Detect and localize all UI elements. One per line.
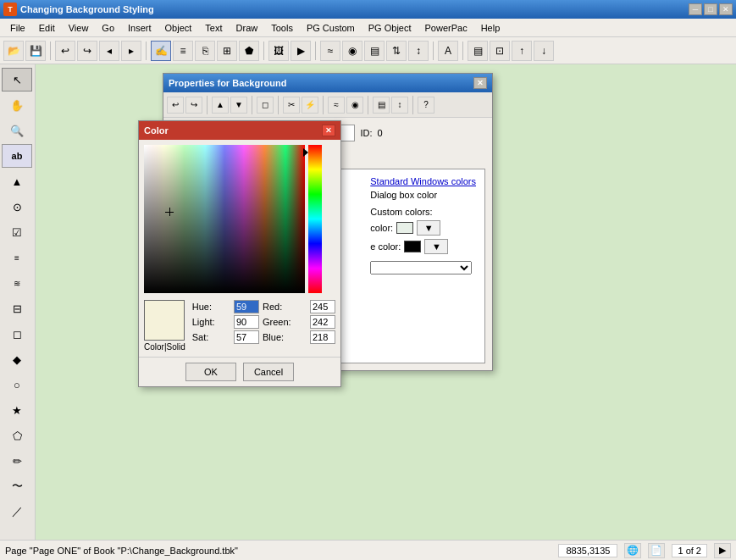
forecolor-row: color: ▼ <box>370 220 476 236</box>
sidebar-polygon[interactable]: ⬠ <box>2 424 32 447</box>
cancel-button[interactable]: Cancel <box>243 363 294 381</box>
light-input[interactable] <box>234 315 259 329</box>
minimize-button[interactable]: ─ <box>689 3 702 15</box>
properties-dialog-close[interactable]: ✕ <box>473 77 487 89</box>
tb-cut[interactable]: ✍ <box>151 41 171 61</box>
tb-textbtn[interactable]: A <box>438 41 458 61</box>
menu-tools[interactable]: Tools <box>264 21 300 35</box>
pdtb-help[interactable]: ? <box>418 97 434 114</box>
sidebar-table[interactable]: ⊟ <box>2 297 32 320</box>
tb-forward[interactable]: ▸ <box>121 41 141 61</box>
menu-pgcustom[interactable]: PG Custom <box>300 21 362 35</box>
tb-copy[interactable]: ⎘ <box>195 41 215 61</box>
tb-tool5[interactable]: ≈ <box>320 41 340 61</box>
tb-tool13[interactable]: ↓ <box>534 41 554 61</box>
status-file-icon[interactable]: 📄 <box>648 543 665 558</box>
maximize-button[interactable]: □ <box>704 3 717 15</box>
menu-powerpac[interactable]: PowerPac <box>418 21 474 35</box>
menu-insert[interactable]: Insert <box>121 21 158 35</box>
sidebar-oval[interactable]: ○ <box>2 373 32 396</box>
sidebar-line[interactable]: ／ <box>2 500 32 524</box>
hue-input[interactable] <box>234 300 259 313</box>
sidebar-text-btn[interactable]: ab <box>2 144 32 168</box>
sidebar-triangle[interactable]: ▲ <box>2 169 32 193</box>
menu-go[interactable]: Go <box>95 21 121 35</box>
title-bar-controls[interactable]: ─ □ ✕ <box>689 3 733 15</box>
tb-sep1 <box>50 42 51 60</box>
tb-media[interactable]: ▶ <box>291 41 311 61</box>
tb-tool11[interactable]: ⊡ <box>490 41 510 61</box>
color-dialog-close[interactable]: ✕ <box>322 125 335 136</box>
sidebar-list[interactable]: ≡ <box>2 246 32 269</box>
color-dialog-title-bar[interactable]: Color ✕ <box>139 121 340 140</box>
standard-windows-link[interactable]: Standard Windows colors <box>370 176 476 186</box>
svg-rect-2 <box>144 145 305 293</box>
tb-save[interactable]: 💾 <box>25 41 46 61</box>
green-input[interactable] <box>310 315 335 329</box>
pdtb-cut[interactable]: ✂ <box>283 97 300 114</box>
blue-label: Blue: <box>263 332 307 342</box>
tb-img[interactable]: 🖼 <box>268 41 289 61</box>
pdtb-arrows[interactable]: ↕ <box>391 97 408 114</box>
tb-tool10[interactable]: ▤ <box>468 41 488 61</box>
pdtb-redo[interactable]: ↪ <box>185 97 202 114</box>
sidebar-wave[interactable]: 〜 <box>2 474 32 498</box>
sidebar-rect[interactable]: ◻ <box>2 322 32 346</box>
prop-select[interactable] <box>370 261 472 274</box>
backcolor-dropdown[interactable]: ▼ <box>424 239 448 254</box>
pdtb-undo[interactable]: ↩ <box>167 97 184 114</box>
tb-sep6 <box>462 42 463 60</box>
sidebar-zoom[interactable]: 🔍 <box>2 119 32 142</box>
backcolor-swatch[interactable] <box>404 241 421 252</box>
menu-edit[interactable]: Edit <box>32 21 62 35</box>
menu-text[interactable]: Text <box>198 21 229 35</box>
tb-align[interactable]: ≡ <box>173 41 193 61</box>
menu-file[interactable]: File <box>3 21 32 35</box>
close-button[interactable]: ✕ <box>719 3 733 15</box>
status-next-icon[interactable]: ▶ <box>714 543 731 558</box>
menu-draw[interactable]: Draw <box>230 21 265 35</box>
forecolor-dropdown[interactable]: ▼ <box>417 220 440 236</box>
sidebar-circle[interactable]: ⊙ <box>2 195 32 219</box>
tb-grid[interactable]: ⊞ <box>217 41 237 61</box>
tb-open[interactable]: 📂 <box>3 41 24 61</box>
tb-tool6[interactable]: ◉ <box>342 41 362 61</box>
tb-redo[interactable]: ↪ <box>77 41 97 61</box>
tb-tool8[interactable]: ⇅ <box>386 41 407 61</box>
sidebar-pencil[interactable]: ✏ <box>2 449 32 473</box>
menu-view[interactable]: View <box>62 21 96 35</box>
tb-shape[interactable]: ⬟ <box>239 41 259 61</box>
status-globe-icon[interactable]: 🌐 <box>624 543 641 558</box>
pdtb-down[interactable]: ▼ <box>230 97 247 114</box>
sidebar-select[interactable]: ↖ <box>2 68 32 91</box>
pdtb-up[interactable]: ▲ <box>212 97 229 114</box>
menu-object[interactable]: Object <box>158 21 199 35</box>
color-gradient-svg <box>144 145 305 293</box>
sidebar-check[interactable]: ☑ <box>2 220 32 244</box>
red-input[interactable] <box>310 300 335 313</box>
sidebar-star[interactable]: ★ <box>2 398 32 422</box>
app-icon: T <box>3 3 17 16</box>
pdtb-rect[interactable]: ◻ <box>257 97 274 114</box>
pdtb-wave[interactable]: ≈ <box>328 97 345 114</box>
pdtb-align[interactable]: ▤ <box>373 97 390 114</box>
menu-help[interactable]: Help <box>474 21 507 35</box>
sidebar-diamond[interactable]: ◆ <box>2 347 32 371</box>
sidebar-hand[interactable]: ✋ <box>2 93 32 117</box>
sat-input[interactable] <box>234 330 259 344</box>
forecolor-swatch[interactable] <box>396 222 413 234</box>
tb-back[interactable]: ◂ <box>99 41 119 61</box>
color-gradient[interactable] <box>144 145 305 293</box>
properties-dialog-title-bar[interactable]: Properties for Background ✕ <box>163 74 492 92</box>
tb-tool9[interactable]: ↕ <box>408 41 429 61</box>
pdtb-dot[interactable]: ◉ <box>346 97 363 114</box>
menu-pgobject[interactable]: PG Object <box>362 21 418 35</box>
hue-slider-container[interactable] <box>308 145 322 293</box>
tb-tool12[interactable]: ↑ <box>512 41 532 61</box>
tb-tool7[interactable]: ▤ <box>364 41 385 61</box>
ok-button[interactable]: OK <box>185 363 236 381</box>
sidebar-lines[interactable]: ≋ <box>2 271 32 295</box>
blue-input[interactable] <box>310 330 335 344</box>
pdtb-bolt[interactable]: ⚡ <box>302 97 318 114</box>
tb-undo[interactable]: ↩ <box>55 41 75 61</box>
